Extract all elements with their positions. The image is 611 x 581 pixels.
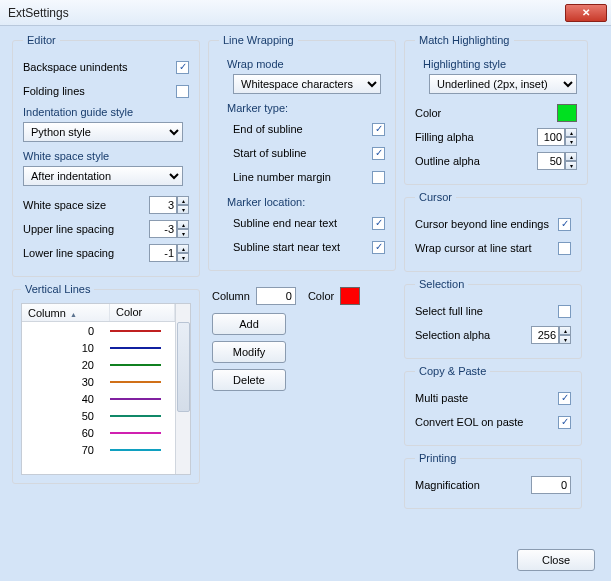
wrap-group: Line Wrapping Wrap mode Whitespace chara… [208, 34, 396, 271]
table-row[interactable]: 20 [22, 356, 175, 373]
line-num-margin-label: Line number margin [233, 171, 372, 183]
table-row[interactable]: 40 [22, 390, 175, 407]
fill-alpha-label: Filling alpha [415, 131, 537, 143]
select-full-label: Select full line [415, 305, 558, 317]
window-close-button[interactable]: ✕ [565, 4, 607, 22]
cursor-legend: Cursor [415, 191, 456, 203]
vlines-scrollbar[interactable] [175, 304, 190, 474]
start-subline-label: Start of subline [233, 147, 372, 159]
footer: Close [517, 549, 595, 571]
vlines-header[interactable]: Column Color [22, 304, 175, 322]
lower-spacing-spinner[interactable]: ▴▾ [149, 244, 189, 262]
copy-group: Copy & Paste Multi paste Convert EOL on … [404, 365, 582, 446]
lower-spacing-label: Lower line spacing [23, 247, 149, 259]
column-label: Column [212, 290, 250, 302]
outline-alpha-spinner[interactable]: ▴▾ [537, 152, 577, 170]
printing-group: Printing Magnification [404, 452, 582, 509]
selection-alpha-label: Selection alpha [415, 329, 531, 341]
wrap-legend: Line Wrapping [219, 34, 298, 46]
titlebar: ExtSettings ✕ [0, 0, 611, 26]
selection-legend: Selection [415, 278, 468, 290]
upper-spacing-label: Upper line spacing [23, 223, 149, 235]
match-color-label: Color [415, 107, 557, 119]
modify-button[interactable]: Modify [212, 341, 286, 363]
highlight-style-heading: Highlighting style [423, 58, 577, 70]
column-input[interactable] [256, 287, 296, 305]
editor-legend: Editor [23, 34, 60, 46]
ws-size-spinner[interactable]: ▴▾ [149, 196, 189, 214]
match-legend: Match Highlighting [415, 34, 514, 46]
table-row[interactable]: 60 [22, 424, 175, 441]
multi-paste-label: Multi paste [415, 392, 558, 404]
upper-spacing-spinner[interactable]: ▴▾ [149, 220, 189, 238]
content: Editor Backspace unindents Folding lines… [0, 26, 611, 517]
whitespace-style-heading: White space style [23, 150, 189, 162]
marker-loc-heading: Marker location: [227, 196, 385, 208]
fill-alpha-spinner[interactable]: ▴▾ [537, 128, 577, 146]
vlines-legend: Vertical Lines [21, 283, 94, 295]
copy-legend: Copy & Paste [415, 365, 490, 377]
wrap-mode-select[interactable]: Whitespace characters [233, 74, 381, 94]
selection-alpha-spinner[interactable]: ▴▾ [531, 326, 571, 344]
magnification-input[interactable] [531, 476, 571, 494]
cursor-beyond-checkbox[interactable] [558, 218, 571, 231]
end-subline-checkbox[interactable] [372, 123, 385, 136]
multi-paste-checkbox[interactable] [558, 392, 571, 405]
vlines-table[interactable]: Column Color 010203040506070 [21, 303, 191, 475]
folding-checkbox[interactable] [176, 85, 189, 98]
outline-alpha-label: Outline alpha [415, 155, 537, 167]
cursor-beyond-label: Cursor beyond line endings [415, 218, 558, 230]
backspace-checkbox[interactable] [176, 61, 189, 74]
indent-guide-heading: Indentation guide style [23, 106, 189, 118]
start-near-checkbox[interactable] [372, 241, 385, 254]
highlight-style-select[interactable]: Underlined (2px, inset) [429, 74, 577, 94]
table-row[interactable]: 50 [22, 407, 175, 424]
end-near-label: Subline end near text [233, 217, 372, 229]
whitespace-style-select[interactable]: After indentation [23, 166, 183, 186]
close-button[interactable]: Close [517, 549, 595, 571]
cursor-wrap-label: Wrap cursor at line start [415, 242, 558, 254]
match-group: Match Highlighting Highlighting style Un… [404, 34, 588, 185]
marker-type-heading: Marker type: [227, 102, 385, 114]
end-subline-label: End of subline [233, 123, 372, 135]
end-near-checkbox[interactable] [372, 217, 385, 230]
color-swatch[interactable] [340, 287, 360, 305]
match-color-swatch[interactable] [557, 104, 577, 122]
select-full-checkbox[interactable] [558, 305, 571, 318]
eol-checkbox[interactable] [558, 416, 571, 429]
table-row[interactable]: 0 [22, 322, 175, 339]
indent-guide-select[interactable]: Python style [23, 122, 183, 142]
line-num-margin-checkbox[interactable] [372, 171, 385, 184]
delete-button[interactable]: Delete [212, 369, 286, 391]
editor-group: Editor Backspace unindents Folding lines… [12, 34, 200, 277]
window-title: ExtSettings [8, 6, 565, 20]
eol-label: Convert EOL on paste [415, 416, 558, 428]
cursor-wrap-checkbox[interactable] [558, 242, 571, 255]
vlines-group: Vertical Lines Column Color 010203040506… [12, 283, 200, 484]
folding-label: Folding lines [23, 85, 176, 97]
add-button[interactable]: Add [212, 313, 286, 335]
backspace-label: Backspace unindents [23, 61, 176, 73]
wrap-mode-heading: Wrap mode [227, 58, 385, 70]
table-row[interactable]: 30 [22, 373, 175, 390]
color-label: Color [308, 290, 334, 302]
sort-asc-icon [70, 307, 77, 319]
table-row[interactable]: 70 [22, 441, 175, 458]
printing-legend: Printing [415, 452, 460, 464]
selection-group: Selection Select full line Selection alp… [404, 278, 582, 359]
table-row[interactable]: 10 [22, 339, 175, 356]
start-subline-checkbox[interactable] [372, 147, 385, 160]
start-near-label: Subline start near text [233, 241, 372, 253]
magnification-label: Magnification [415, 479, 531, 491]
ws-size-label: White space size [23, 199, 149, 211]
cursor-group: Cursor Cursor beyond line endings Wrap c… [404, 191, 582, 272]
